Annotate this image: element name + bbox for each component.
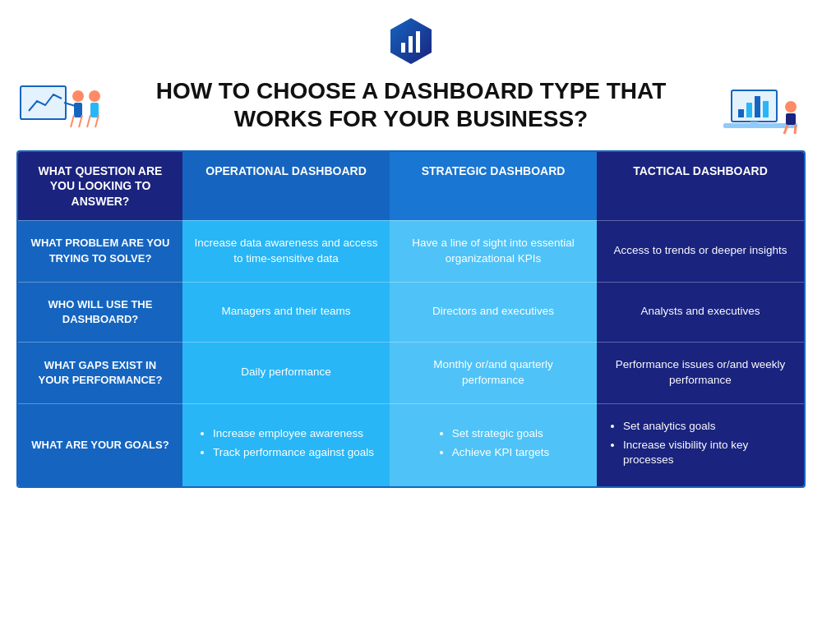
svg-rect-23 [786,113,796,125]
svg-rect-4 [21,86,66,119]
row3-str-item1: Set strategic goals [452,426,550,442]
row2-strategic: Monthly or/and quarterly performance [390,342,597,403]
svg-line-13 [87,115,90,127]
table-body: WHAT PROBLEM ARE YOU TRYING TO SOLVE? In… [18,220,804,487]
svg-rect-20 [755,96,760,117]
row1-strategic: Directors and executives [390,282,597,342]
table-header: WHAT QUESTION ARE YOU LOOKING TO ANSWER?… [18,152,804,220]
svg-rect-12 [90,103,99,117]
row2-tactical: Performance issues or/and weekly perform… [597,342,804,403]
svg-rect-7 [74,103,82,117]
svg-line-9 [71,115,74,127]
row0-operational: Increase data awareness and access to ti… [182,220,390,282]
svg-rect-2 [409,36,413,53]
row0-tactical: Access to trends or deeper insights [597,220,804,282]
row3-tactical: Set analytics goals Increase visibility … [597,403,804,487]
left-illustration [16,78,107,147]
col-header-tactical: TACTICAL DASHBOARD [597,152,804,220]
svg-rect-19 [746,103,752,117]
row3-strategic: Set strategic goals Achieve KPI targets [390,403,597,487]
row3-tac-item2: Increase visibility into key processes [623,438,792,469]
svg-line-25 [795,125,796,134]
comparison-table: WHAT QUESTION ARE YOU LOOKING TO ANSWER?… [16,150,806,488]
row0-strategic: Have a line of sight into essential orga… [390,220,597,282]
svg-rect-18 [738,109,744,117]
row3-op-item1: Increase employee awareness [213,426,374,442]
col-header-strategic: STRATEGIC DASHBOARD [390,152,597,220]
row3-op-item2: Track performance against goals [213,445,374,461]
right-illustration [715,78,806,147]
page-title: HOW TO CHOOSE A DASHBOARD TYPE THAT WORK… [123,77,699,132]
row1-operational: Managers and their teams [182,282,390,342]
row0-question: WHAT PROBLEM ARE YOU TRYING TO SOLVE? [18,220,182,282]
svg-rect-3 [416,31,420,53]
svg-rect-21 [763,101,769,117]
row1-question: WHO WILL USE THE DASHBOARD? [18,282,182,342]
svg-point-22 [785,101,797,113]
row3-tac-item1: Set analytics goals [623,419,792,435]
col-header-question: WHAT QUESTION ARE YOU LOOKING TO ANSWER? [18,152,182,220]
row1-tactical: Analysts and executives [597,282,804,342]
row3-str-item2: Achieve KPI targets [452,445,550,461]
row3-operational: Increase employee awareness Track perfor… [182,403,390,487]
svg-point-11 [89,90,100,102]
row2-question: WHAT GAPS EXIST IN YOUR PERFORMANCE? [18,342,182,403]
svg-point-6 [72,90,84,102]
title-area: HOW TO CHOOSE A DASHBOARD TYPE THAT WORK… [16,77,806,147]
col-header-operational: OPERATIONAL DASHBOARD [182,152,390,220]
row3-question: WHAT ARE YOUR GOALS? [18,403,182,487]
logo-icon [386,16,436,69]
svg-rect-17 [750,122,758,126]
row2-operational: Daily performance [182,342,390,403]
svg-rect-1 [401,43,405,53]
